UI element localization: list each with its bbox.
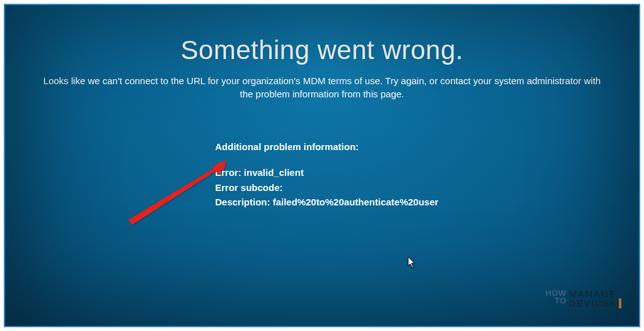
- error-content: Something went wrong. Looks like we can'…: [5, 5, 639, 209]
- watermark-exclaim-icon: [619, 298, 621, 308]
- details-header: Additional problem information:: [215, 139, 639, 154]
- watermark-right: MANAGE DEVICES: [569, 290, 621, 308]
- mouse-cursor-icon: [408, 256, 416, 269]
- error-details: Additional problem information: Error: i…: [215, 139, 639, 209]
- error-screen-frame: Something went wrong. Looks like we can'…: [4, 4, 640, 327]
- watermark-to: TO: [555, 297, 567, 305]
- error-line: Error: invalid_client: [215, 165, 639, 180]
- error-subtitle: Looks like we can't connect to the URL f…: [23, 74, 621, 100]
- error-title: Something went wrong.: [5, 35, 639, 65]
- watermark-devices-row: DEVICES: [569, 298, 621, 308]
- watermark-manage: MANAGE: [569, 290, 621, 298]
- error-subcode-line: Error subcode:: [215, 180, 639, 195]
- watermark-devices: DEVICES: [569, 299, 617, 308]
- error-description-line: Description: failed%20to%20authenticate%…: [215, 195, 639, 209]
- watermark-left: HOW TO: [545, 290, 566, 305]
- watermark-logo: HOW TO MANAGE DEVICES: [545, 290, 621, 308]
